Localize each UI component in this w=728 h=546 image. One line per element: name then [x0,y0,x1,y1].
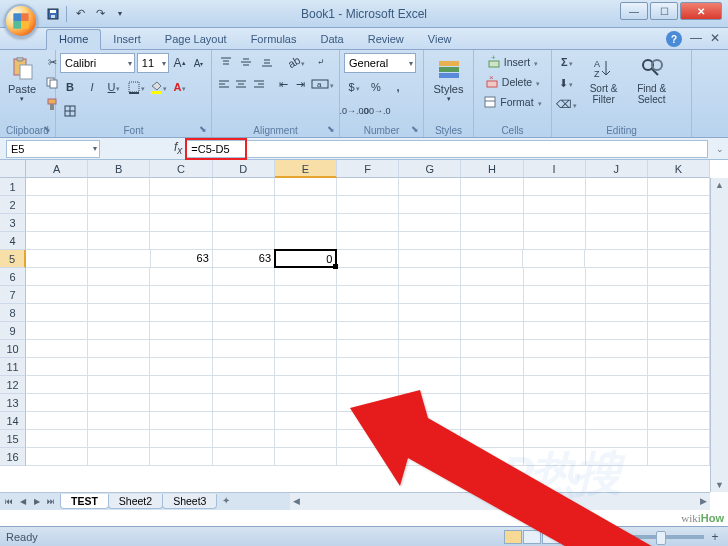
cell-F4[interactable] [337,232,399,250]
autosum-button[interactable]: Σ [556,52,578,72]
cell-E15[interactable] [275,430,337,448]
cell-G14[interactable] [399,412,461,430]
cell-G15[interactable] [399,430,461,448]
cell-J10[interactable] [586,340,648,358]
cell-E10[interactable] [275,340,337,358]
delete-cells-button[interactable]: ×Delete [478,72,547,92]
cell-A12[interactable] [26,376,88,394]
cell-H14[interactable] [461,412,523,430]
close-workbook-button[interactable]: ✕ [710,31,720,45]
insert-cells-button[interactable]: +Insert [478,52,547,72]
cell-D10[interactable] [213,340,275,358]
cell-G16[interactable] [399,448,461,466]
cell-A6[interactable] [26,268,88,286]
cell-J13[interactable] [586,394,648,412]
decrease-indent-button[interactable]: ⇤ [275,74,291,94]
format-cells-button[interactable]: Format [478,92,547,112]
row-header-6[interactable]: 6 [0,268,26,286]
cell-K4[interactable] [648,232,710,250]
underline-button[interactable]: U [104,77,124,97]
cell-B14[interactable] [88,412,150,430]
increase-indent-button[interactable]: ⇥ [293,74,309,94]
zoom-out-button[interactable]: − [596,530,610,544]
cell-E9[interactable] [275,322,337,340]
styles-button[interactable]: Styles ▾ [428,52,469,118]
cell-F14[interactable] [337,412,399,430]
row-header-7[interactable]: 7 [0,286,26,304]
column-header-I[interactable]: I [524,160,586,178]
cell-I2[interactable] [524,196,586,214]
window-maximize-button[interactable]: ☐ [650,2,678,20]
align-middle-button[interactable] [237,52,257,72]
cell-H8[interactable] [461,304,523,322]
cell-K9[interactable] [648,322,710,340]
number-launcher[interactable]: ⬊ [409,124,421,136]
sheet-nav-first[interactable]: ⏮ [2,495,16,509]
cell-A9[interactable] [26,322,88,340]
cell-H1[interactable] [461,178,523,196]
accounting-format-button[interactable]: $ [344,77,364,97]
cell-H3[interactable] [461,214,523,232]
orientation-button[interactable]: ab [287,52,307,72]
cell-D16[interactable] [213,448,275,466]
row-header-16[interactable]: 16 [0,448,26,466]
cell-H16[interactable] [461,448,523,466]
cell-F9[interactable] [337,322,399,340]
align-left-button[interactable] [216,74,232,94]
cell-G1[interactable] [399,178,461,196]
sheet-tab-sheet2[interactable]: Sheet2 [108,494,163,509]
cell-K5[interactable] [648,250,710,268]
cell-F6[interactable] [337,268,399,286]
cell-J7[interactable] [586,286,648,304]
cell-H9[interactable] [461,322,523,340]
row-header-14[interactable]: 14 [0,412,26,430]
clear-button[interactable]: ⌫ [556,94,576,114]
cell-F11[interactable] [337,358,399,376]
view-normal-button[interactable] [504,530,522,544]
cell-K2[interactable] [648,196,710,214]
qat-customize-button[interactable]: ▾ [111,5,129,23]
tab-formulas[interactable]: Formulas [239,30,309,49]
cell-E11[interactable] [275,358,337,376]
cell-K8[interactable] [648,304,710,322]
cell-B5[interactable] [88,250,150,268]
cell-G3[interactable] [399,214,461,232]
column-header-C[interactable]: C [150,160,212,178]
cell-B13[interactable] [88,394,150,412]
help-button[interactable]: ? [666,31,682,47]
cell-J8[interactable] [586,304,648,322]
cell-J6[interactable] [586,268,648,286]
fill-button[interactable]: ⬇ [556,73,576,93]
row-header-15[interactable]: 15 [0,430,26,448]
cell-E3[interactable] [275,214,337,232]
sheet-tab-sheet3[interactable]: Sheet3 [162,494,217,509]
cell-D4[interactable] [213,232,275,250]
cell-H15[interactable] [461,430,523,448]
row-header-4[interactable]: 4 [0,232,26,250]
cell-H13[interactable] [461,394,523,412]
cell-G10[interactable] [399,340,461,358]
cell-H10[interactable] [461,340,523,358]
cell-B9[interactable] [88,322,150,340]
cell-J2[interactable] [586,196,648,214]
cell-A5[interactable] [26,250,88,268]
cell-G9[interactable] [399,322,461,340]
cell-C7[interactable] [150,286,212,304]
cell-J5[interactable] [585,250,647,268]
cell-C15[interactable] [150,430,212,448]
cell-D7[interactable] [213,286,275,304]
zoom-level[interactable]: 100% [568,531,596,543]
vertical-scrollbar[interactable] [710,178,728,492]
cell-E8[interactable] [275,304,337,322]
sheet-nav-prev[interactable]: ◀ [16,495,30,509]
cell-G6[interactable] [399,268,461,286]
cell-D15[interactable] [213,430,275,448]
cell-C13[interactable] [150,394,212,412]
cell-K3[interactable] [648,214,710,232]
cell-E12[interactable] [275,376,337,394]
number-format-combo[interactable]: General [344,53,416,73]
cell-E7[interactable] [275,286,337,304]
sort-filter-button[interactable]: AZ Sort & Filter [582,52,626,118]
cell-G5[interactable] [399,250,461,268]
cell-K16[interactable] [648,448,710,466]
